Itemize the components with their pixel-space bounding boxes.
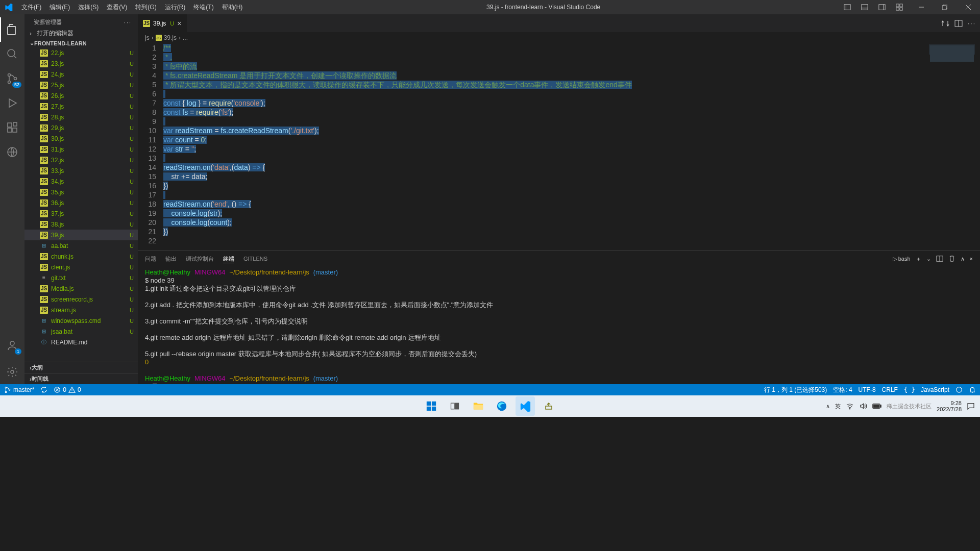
file-tree-item[interactable]: JS25.jsU <box>24 80 138 90</box>
menu-item[interactable]: 文件(F) <box>17 0 45 14</box>
taskview-icon[interactable] <box>445 396 464 416</box>
status-eol[interactable]: CRLF <box>882 386 898 393</box>
file-tree-item[interactable]: JS38.jsU <box>24 219 138 230</box>
activity-explorer-icon[interactable] <box>0 17 24 42</box>
file-tree-item[interactable]: ≡git.txtU <box>24 272 138 283</box>
edge-browser-icon[interactable] <box>492 396 511 416</box>
status-branch[interactable]: master* <box>4 386 34 393</box>
panel-tab[interactable]: 终端 <box>223 255 234 263</box>
menu-item[interactable]: 终端(T) <box>189 0 217 14</box>
status-encoding[interactable]: UTF-8 <box>859 386 876 393</box>
activity-remote-icon[interactable] <box>0 140 24 164</box>
timeline-section[interactable]: ›时间线 <box>24 373 138 384</box>
tab-close-icon[interactable]: × <box>177 19 181 28</box>
activity-search-icon[interactable] <box>0 42 24 66</box>
system-clock[interactable]: 9:28 2022/7/28 <box>937 400 962 412</box>
activity-settings-icon[interactable] <box>0 360 24 384</box>
activity-source-control-icon[interactable]: 52 <box>0 66 24 91</box>
breadcrumb[interactable]: js› JS 39.js› ... <box>138 32 980 43</box>
status-notifications-icon[interactable] <box>969 386 976 393</box>
file-tree-item[interactable]: JSchunk.jsU <box>24 251 138 262</box>
taskbar-app-icon[interactable] <box>539 396 558 416</box>
minimize-button[interactable] <box>910 0 933 14</box>
file-tree-item[interactable]: JS37.jsU <box>24 208 138 219</box>
status-problems[interactable]: 0 0 <box>54 386 81 393</box>
menu-item[interactable]: 查看(V) <box>103 0 131 14</box>
panel-tab[interactable]: 问题 <box>145 255 156 263</box>
activity-run-debug-icon[interactable] <box>0 91 24 115</box>
terminal-profile-label[interactable]: ▷ bash <box>893 256 911 262</box>
file-tree-item[interactable]: JS33.jsU <box>24 165 138 176</box>
activity-accounts-icon[interactable]: 1 <box>0 333 24 358</box>
more-editor-actions-icon[interactable]: ··· <box>968 20 976 27</box>
toggle-primary-sidebar-icon[interactable] <box>840 0 854 14</box>
status-language[interactable]: { } JavaScript <box>904 386 949 393</box>
file-tree-item[interactable]: JS35.jsU <box>24 187 138 197</box>
minimap[interactable] <box>929 44 975 70</box>
file-tree-item[interactable]: JS30.jsU <box>24 133 138 144</box>
tab-39js[interactable]: JS 39.js U × <box>138 14 187 32</box>
file-tree-item[interactable]: JS34.jsU <box>24 176 138 187</box>
start-menu-icon[interactable] <box>422 396 441 416</box>
file-tree-item[interactable]: ⊞windowspass.cmdU <box>24 315 138 326</box>
status-cursor-position[interactable]: 行 1，列 1 (已选择503) <box>764 386 827 394</box>
file-tree-item[interactable]: JS26.jsU <box>24 90 138 101</box>
file-tree-item[interactable]: JS39.jsU <box>24 230 138 240</box>
file-explorer-icon[interactable] <box>469 396 488 416</box>
notification-center-icon[interactable] <box>967 402 975 410</box>
terminal-body[interactable]: Heath@Heathy MINGW64 ~/Desktop/frontend-… <box>138 266 980 384</box>
compare-changes-icon[interactable] <box>941 19 949 28</box>
split-terminal-icon[interactable] <box>936 255 943 262</box>
wifi-icon[interactable] <box>846 402 854 410</box>
panel-tab[interactable]: 调试控制台 <box>186 255 214 263</box>
toggle-panel-icon[interactable] <box>857 0 872 14</box>
status-indentation[interactable]: 空格: 4 <box>833 386 852 394</box>
panel-tab[interactable]: 输出 <box>165 255 177 263</box>
file-tree-item[interactable]: JS24.jsU <box>24 69 138 80</box>
file-tree-item[interactable]: JSscreenrecord.jsU <box>24 294 138 305</box>
file-tree-item[interactable]: JS22.jsU <box>24 47 138 58</box>
file-tree-item[interactable]: JS36.jsU <box>24 197 138 208</box>
file-tree-item[interactable]: JSstream.jsU <box>24 305 138 315</box>
file-tree-item[interactable]: JSclent.jsU <box>24 262 138 272</box>
file-tree-item[interactable]: JS29.jsU <box>24 122 138 133</box>
file-tree-item[interactable]: JS31.jsU <box>24 144 138 155</box>
vscode-taskbar-icon[interactable] <box>516 396 535 416</box>
panel-tab[interactable]: GITLENS <box>243 255 267 263</box>
outline-section[interactable]: ›大纲 <box>24 362 138 373</box>
file-tree-item[interactable]: JS27.jsU <box>24 101 138 112</box>
kill-terminal-icon[interactable] <box>948 255 955 262</box>
terminal-dropdown-icon[interactable]: ⌄ <box>926 256 931 262</box>
workspace-folder[interactable]: ⌄FRONTEND-LEARN <box>24 39 138 47</box>
customize-layout-icon[interactable] <box>892 0 906 14</box>
close-window-button[interactable] <box>957 0 980 14</box>
menu-item[interactable]: 转到(G) <box>131 0 160 14</box>
file-tree-item[interactable]: ⊞aa.batU <box>24 240 138 251</box>
maximize-button[interactable] <box>933 0 957 14</box>
menu-item[interactable]: 编辑(E) <box>45 0 74 14</box>
volume-icon[interactable] <box>859 402 867 410</box>
file-tree-item[interactable]: JS28.jsU <box>24 112 138 122</box>
new-terminal-icon[interactable]: ＋ <box>916 255 921 263</box>
menu-item[interactable]: 帮助(H) <box>218 0 247 14</box>
toggle-secondary-sidebar-icon[interactable] <box>875 0 889 14</box>
file-tree-item[interactable]: ⊞jsaa.batU <box>24 326 138 337</box>
file-tree-item[interactable]: JS23.jsU <box>24 58 138 69</box>
activity-extensions-icon[interactable] <box>0 115 24 140</box>
open-editors-section[interactable]: ›打开的编辑器 <box>24 28 138 39</box>
battery-icon[interactable] <box>872 403 881 409</box>
file-tree-item[interactable]: JSMedia.jsU <box>24 283 138 294</box>
menu-item[interactable]: 选择(S) <box>74 0 103 14</box>
status-feedback-icon[interactable] <box>955 386 963 393</box>
menu-item[interactable]: 运行(R) <box>161 0 190 14</box>
split-editor-icon[interactable] <box>954 19 963 28</box>
status-sync[interactable] <box>40 386 47 393</box>
code-editor[interactable]: 12345678910111213141516171819202122 /** … <box>138 43 980 251</box>
ime-indicator[interactable]: 英 <box>835 403 841 410</box>
file-tree-item[interactable]: JS32.jsU <box>24 155 138 165</box>
tray-chevron-icon[interactable]: ∧ <box>826 403 830 410</box>
panel-maximize-icon[interactable]: ∧ <box>961 256 965 262</box>
file-tree-item[interactable]: ⓘREADME.md <box>24 337 138 347</box>
panel-close-icon[interactable]: × <box>970 256 973 262</box>
more-actions-icon[interactable]: ··· <box>124 19 132 26</box>
